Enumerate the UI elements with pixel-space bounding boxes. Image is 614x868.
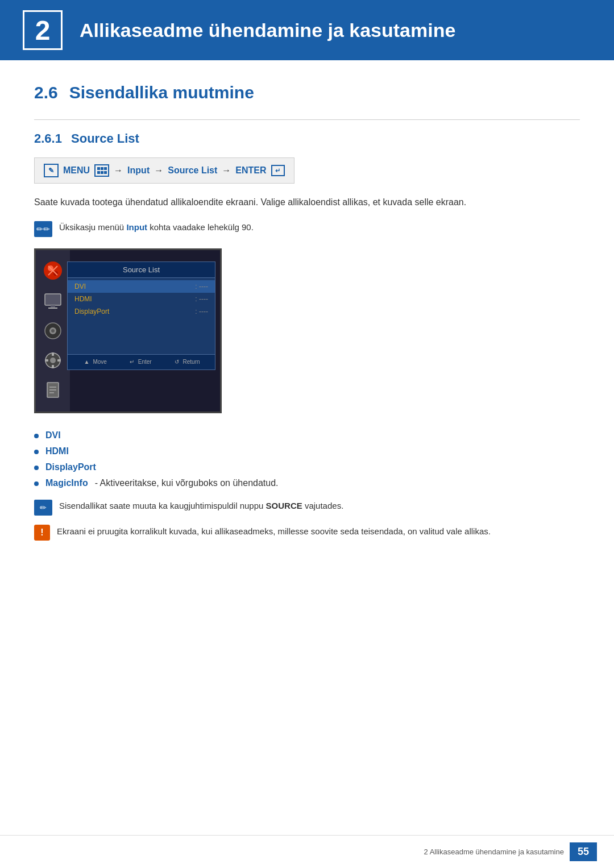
dvi-value: : ---- <box>195 283 208 290</box>
nav-move-btn: ▲ Move <box>82 358 106 366</box>
note2-text: Sisendallikat saate muuta ka kaugjuhtimi… <box>59 500 343 513</box>
dialog-nav-bar: ▲ Move ↵ Enter ↺ Return <box>68 354 215 369</box>
hdmi-bullet-label: HDMI <box>45 446 69 456</box>
dialog-title: Source List <box>68 262 215 278</box>
menu-arrow1: → <box>114 165 123 176</box>
note1-text: Üksikasju menüü Input kohta vaadake lehe… <box>59 221 254 234</box>
nav-enter-btn: ↵ Enter <box>128 358 152 366</box>
magic-bullet-text: - Aktiveeritakse, kui võrguboks on ühend… <box>95 478 279 488</box>
enter-nav-icon: ↵ <box>128 358 136 366</box>
enter-icon: ↵ <box>271 165 285 176</box>
side-icon-monitor <box>43 290 63 311</box>
chapter-number-box: 2 <box>23 10 63 50</box>
list-item-displayport: DisplayPort <box>34 462 580 472</box>
dp-bullet-label: DisplayPort <box>45 462 96 472</box>
chapter-title: Allikaseadme ühendamine ja kasutamine <box>80 19 455 41</box>
menu-path: ✎ MENU → Input → Source List → ENTER ↵ <box>34 157 294 184</box>
svg-rect-16 <box>57 359 61 362</box>
bullet-dot-magic <box>34 481 39 486</box>
hdmi-value: : ---- <box>195 295 208 303</box>
section-number: 2.6 <box>34 83 58 102</box>
side-icon-red <box>43 260 63 281</box>
page-number: 55 <box>570 842 597 861</box>
page-footer: 2 Allikaseadme ühendamine ja kasutamine … <box>0 835 614 868</box>
side-icon-gear <box>43 350 63 371</box>
warning-box: ! Ekraani ei pruugita korralikult kuvada… <box>34 525 580 541</box>
section-divider <box>34 119 580 120</box>
subsection-heading: 2.6.1 Source List <box>34 131 580 146</box>
menu-note-icon: ✎ <box>44 164 59 177</box>
menu-grid-icon <box>94 164 109 177</box>
move-icon: ▲ <box>82 358 90 366</box>
menu-source-list-label: Source List <box>168 165 217 176</box>
side-icon-1 <box>36 256 70 285</box>
hdmi-name: HDMI <box>74 295 92 303</box>
description-text: Saate kuvada tootega ühendatud allikaloe… <box>34 195 580 210</box>
menu-arrow2: → <box>154 165 163 176</box>
monitor-side-icons <box>36 250 70 412</box>
note-box-1: ✏ Üksikasju menüü Input kohta vaadake le… <box>34 221 580 237</box>
menu-enter-label: ENTER <box>235 165 266 176</box>
footer-text: 2 Allikaseadme ühendamine ja kasutamine <box>424 848 564 856</box>
svg-point-10 <box>51 329 55 333</box>
bullet-dot-dvi <box>34 434 39 438</box>
source-item-displayport: DisplayPort : ---- <box>68 305 215 318</box>
note-pencil-icon: ✏ <box>34 221 52 237</box>
enter-label: Enter <box>138 359 152 365</box>
side-icon-2 <box>36 286 70 315</box>
svg-rect-14 <box>52 365 54 368</box>
source-list-items: DVI : ---- HDMI : ---- DisplayPort : ---… <box>68 278 215 354</box>
dp-value: : ---- <box>195 308 208 315</box>
section-title: Sisendallika muutmine <box>69 83 254 102</box>
svg-rect-15 <box>45 359 48 362</box>
side-icon-5 <box>36 376 70 405</box>
svg-rect-5 <box>45 294 61 305</box>
warning-icon: ! <box>34 525 50 541</box>
monitor-screen: Source List DVI : ---- HDMI : ---- Displ… <box>34 248 222 413</box>
menu-label: MENU <box>63 165 90 176</box>
svg-rect-13 <box>52 352 54 356</box>
warning-text: Ekraani ei pruugita korralikult kuvada, … <box>57 525 491 538</box>
bullet-dot-dp <box>34 466 39 470</box>
source-item-dvi: DVI : ---- <box>68 280 215 293</box>
svg-rect-7 <box>48 308 57 309</box>
monitor-container: Source List DVI : ---- HDMI : ---- Displ… <box>34 248 580 413</box>
source-list-dialog: Source List DVI : ---- HDMI : ---- Displ… <box>67 261 215 370</box>
source-item-hdmi: HDMI : ---- <box>68 293 215 305</box>
menu-input-label: Input <box>127 165 150 176</box>
chapter-number: 2 <box>35 15 51 46</box>
nav-return-btn: ↺ Return <box>173 358 200 366</box>
bullet-list: DVI HDMI DisplayPort MagicInfo - Aktivee… <box>34 430 580 488</box>
side-icon-4 <box>36 346 70 375</box>
side-icon-3 <box>36 316 70 346</box>
source-word: SOURCE <box>266 501 302 510</box>
return-label: Return <box>183 359 200 365</box>
chapter-header: 2 Allikaseadme ühendamine ja kasutamine <box>0 0 614 60</box>
subsection-title: Source List <box>71 131 139 146</box>
side-icon-settings <box>43 321 63 341</box>
return-icon: ↺ <box>173 358 181 366</box>
subsection-number: 2.6.1 <box>34 131 62 146</box>
note-box-2: ✏ Sisendallikat saate muuta ka kaugjuhti… <box>34 500 580 516</box>
svg-rect-6 <box>51 305 55 308</box>
bullet-dot-hdmi <box>34 450 39 454</box>
list-item-hdmi: HDMI <box>34 446 580 456</box>
move-label: Move <box>93 359 106 365</box>
side-icon-doc <box>43 380 63 401</box>
menu-arrow3: → <box>222 165 231 176</box>
note1-input-word: Input <box>126 222 147 232</box>
main-content: 2.6 Sisendallika muutmine 2.6.1 Source L… <box>0 83 614 595</box>
dp-name: DisplayPort <box>74 308 109 315</box>
svg-point-12 <box>50 358 56 363</box>
magic-bullet-label: MagicInfo <box>45 478 88 488</box>
dvi-bullet-label: DVI <box>45 430 61 441</box>
list-item-dvi: DVI <box>34 430 580 441</box>
list-item-magicinfo: MagicInfo - Aktiveeritakse, kui võrgubok… <box>34 478 580 488</box>
note2-pencil-icon: ✏ <box>34 500 52 516</box>
dvi-name: DVI <box>74 283 86 290</box>
section-heading: 2.6 Sisendallika muutmine <box>34 83 580 102</box>
